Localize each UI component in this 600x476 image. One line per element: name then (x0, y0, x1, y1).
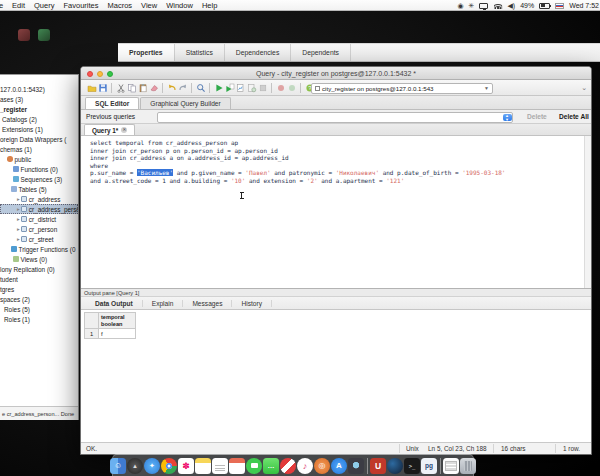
query-window-titlebar[interactable]: Query - city_register on postgres@127.0.… (81, 67, 591, 80)
dropdown-stepper-icon[interactable]: ▲▼ (503, 114, 512, 122)
menu-window[interactable]: Window (166, 1, 193, 10)
expand-arrow-icon[interactable]: ▸ (17, 236, 20, 242)
tree-item[interactable]: Roles (1) (0, 314, 78, 324)
execute-icon[interactable] (213, 82, 224, 93)
close-window-icon[interactable] (87, 71, 93, 77)
minimize-window-icon[interactable] (97, 71, 103, 77)
connection-selector[interactable]: city_register on postgres@127.0.0.1:543 … (311, 83, 493, 94)
desktop-icon-green[interactable] (38, 29, 50, 41)
tree-item[interactable]: _register (0, 104, 78, 114)
tree-item[interactable]: lony Replication (0) (0, 264, 78, 274)
screen-record-icon[interactable]: ◉ (457, 2, 463, 9)
tree-item[interactable]: public (0, 154, 78, 164)
grid-cell-value[interactable]: f (99, 329, 136, 339)
zoom-window-icon[interactable] (107, 71, 113, 77)
menu-help[interactable]: Help (202, 1, 217, 10)
tab-graphical-query-builder[interactable]: Graphical Query Builder (140, 97, 230, 109)
dock-do-not-enter-icon[interactable] (280, 458, 296, 474)
wifi-icon[interactable] (493, 2, 502, 9)
dock-finder-icon[interactable]: ☺ (110, 458, 126, 474)
grid-row[interactable]: 1f (85, 329, 136, 339)
dock-pgadmin-icon[interactable]: pg (421, 458, 437, 474)
expand-arrow-icon[interactable]: ▸ (17, 196, 20, 202)
tree-item[interactable]: Catalogs (2) (0, 114, 78, 124)
dock-safari-icon[interactable]: ✦ (144, 458, 160, 474)
tree-item[interactable]: spaces (2) (0, 294, 78, 304)
undo-icon[interactable] (166, 82, 177, 93)
tree-item[interactable]: ▸cr_street (0, 234, 78, 244)
tree-item[interactable]: chemas (1) (0, 144, 78, 154)
dock-calendar-icon[interactable] (229, 458, 245, 474)
delete-button[interactable]: Delete (527, 113, 547, 120)
dock-podcasts-icon[interactable]: ◎ (314, 458, 330, 474)
tree-item[interactable]: Functions (0) (0, 164, 78, 174)
explain-analyze-icon[interactable] (246, 82, 257, 93)
dock-terminal-icon[interactable]: >_ (404, 458, 420, 474)
tree-item[interactable]: Sequences (3) (0, 174, 78, 184)
expand-arrow-icon[interactable]: ▸ (17, 216, 20, 222)
grid-column-header[interactable]: temporal boolean (99, 313, 136, 329)
grid-corner-cell[interactable] (85, 313, 99, 329)
redo-icon[interactable] (177, 82, 188, 93)
dock-chrome-icon[interactable] (161, 458, 177, 474)
dock-itunes-icon[interactable]: ♪ (297, 458, 313, 474)
paste-icon[interactable] (137, 82, 148, 93)
dock-launchpad-icon[interactable]: ▲ (127, 458, 143, 474)
tab-properties[interactable]: Properties (118, 44, 175, 61)
keyboard-layout-flag-icon[interactable] (555, 3, 564, 9)
save-icon[interactable] (97, 82, 108, 93)
sql-editor[interactable]: select temporal from cr_address_person a… (81, 136, 591, 288)
dock-notes-icon[interactable] (195, 458, 211, 474)
expand-arrow-icon[interactable]: ▸ (17, 226, 20, 232)
rollback-icon[interactable] (286, 82, 297, 93)
app-status-icon[interactable]: ✳ (469, 2, 475, 9)
open-file-icon[interactable] (86, 82, 97, 93)
execute-pgscript-icon[interactable] (224, 82, 235, 93)
tree-item[interactable]: 127.0.0.1:5432) (0, 84, 78, 94)
desktop-icon-red[interactable] (18, 29, 30, 41)
dock-messages-icon[interactable]: … (263, 458, 279, 474)
commit-icon[interactable] (275, 82, 286, 93)
cancel-icon[interactable] (257, 82, 268, 93)
tree-item[interactable]: ases (3) (0, 94, 78, 104)
dock-photo-booth-icon[interactable] (348, 458, 364, 474)
dock-app-store-icon[interactable]: A (331, 458, 347, 474)
find-icon[interactable] (195, 82, 206, 93)
display-icon[interactable] (479, 3, 488, 9)
menu-favourites[interactable]: Favourites (63, 1, 98, 10)
tree-item[interactable]: Roles (5) (0, 304, 78, 314)
dock-trash-icon[interactable] (460, 458, 476, 474)
dock-documents-icon[interactable] (443, 458, 459, 474)
dock-facetime-icon[interactable] (246, 458, 262, 474)
tree-item[interactable]: Tables (5) (0, 184, 78, 194)
tab-explain[interactable]: Explain (143, 300, 184, 307)
previous-queries-dropdown[interactable]: ▲▼ (157, 112, 513, 123)
toolbar-overflow-icon[interactable]: ⌄ (581, 84, 587, 92)
editor-scrollbar[interactable] (584, 136, 591, 288)
clear-icon[interactable] (148, 82, 159, 93)
menu-query[interactable]: Query (34, 1, 54, 10)
tree-item[interactable]: tgres (0, 284, 78, 294)
tab-sql-editor[interactable]: SQL Editor (85, 97, 139, 109)
explain-icon[interactable] (235, 82, 246, 93)
tab-messages[interactable]: Messages (183, 300, 232, 307)
tree-item[interactable]: Views (0) (0, 254, 78, 264)
tree-item[interactable]: Trigger Functions (0 (0, 244, 78, 254)
menu-view[interactable]: View (141, 1, 157, 10)
tree-item[interactable]: tudent (0, 274, 78, 284)
tab-history[interactable]: History (232, 300, 272, 307)
tree-item[interactable]: ▸cr_person (0, 224, 78, 234)
tree-item[interactable]: ▸cr_address_person (0, 204, 78, 214)
menu-clock[interactable]: Wed 7:52 (569, 2, 599, 9)
dock-photos-icon[interactable]: ✽ (178, 458, 194, 474)
menu-file[interactable]: File (0, 1, 3, 10)
tree-item[interactable]: ▸cr_district (0, 214, 78, 224)
tree-item[interactable]: oreign Data Wrappers ( (0, 134, 78, 144)
tab-statistics[interactable]: Statistics (175, 44, 225, 61)
tab-query-1[interactable]: Query 1* ✕ (84, 124, 135, 135)
delete-all-button[interactable]: Delete All (559, 113, 589, 120)
tab-dependents[interactable]: Dependents (291, 44, 351, 61)
dock-browser-dark-icon[interactable] (387, 458, 403, 474)
cut-icon[interactable] (115, 82, 126, 93)
tree-item[interactable]: Extensions (1) (0, 124, 78, 134)
